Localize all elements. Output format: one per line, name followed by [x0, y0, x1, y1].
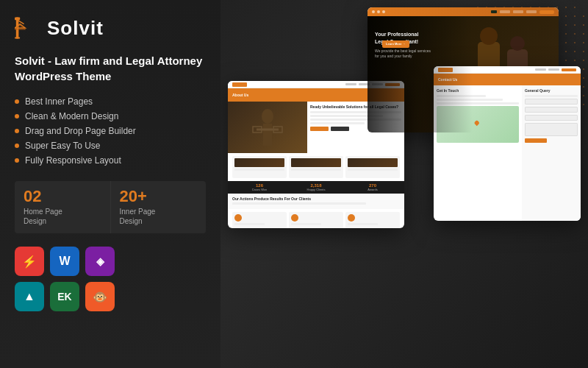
icons-grid: ⚡ W ◈ ▲ EK 🐵: [15, 247, 206, 311]
read-more-btn: [310, 127, 329, 131]
nav-link: [345, 83, 356, 85]
nav-logo-small: [232, 82, 247, 87]
contact-right: General Query: [522, 85, 581, 221]
feature-item: Clean & Modern Design: [15, 109, 206, 124]
form-field-name: [525, 99, 578, 105]
card-text: [291, 223, 321, 225]
mockup-hero-text: Your ProfessionalLegal Consultant! We pr…: [375, 31, 434, 59]
features-list: Best Inner Pages Clean & Modern Design D…: [15, 94, 206, 168]
card-text: [234, 223, 265, 225]
stat-label-inner: Inner PageDesign: [120, 207, 198, 226]
svg-point-10: [510, 36, 525, 51]
stat-home-pages: 02 Home PageDesign: [15, 181, 111, 233]
stat-number-inner: 20+: [120, 188, 198, 205]
service-card: [345, 156, 400, 178]
bootstrap-icon: ◈: [85, 247, 115, 276]
feature-item: Drag and Drop Page Builder: [15, 124, 206, 138]
text-line: [232, 202, 366, 205]
practice-card: [289, 212, 343, 228]
services-section: Our Actions Produce Results For Our Clie…: [228, 194, 404, 209]
mockup-bar: [368, 7, 559, 16]
envato-icon: EK: [50, 282, 79, 311]
service-card: [289, 156, 343, 178]
service-card: [232, 156, 287, 178]
stat-awards: 270 Awards: [345, 183, 400, 191]
main-container: Solvit Solvit - Law firm and Legal Attor…: [0, 0, 588, 368]
elementor-icon: ⚡: [15, 247, 44, 276]
svg-point-8: [480, 27, 498, 45]
stats-dark-row: 126 Cases Won 2,318 Happy Clients 270 Aw…: [228, 181, 404, 194]
form-field-email: [525, 107, 578, 113]
mockup-container: Your ProfessionalLegal Consultant! We pr…: [228, 7, 581, 361]
submit-btn: [525, 138, 547, 143]
form-field-message: [525, 123, 578, 136]
card-text: [348, 223, 378, 225]
mailchimp-icon: 🐵: [85, 282, 115, 311]
nav-link: [548, 68, 559, 71]
stat-inner-pages: 20+ Inner PageDesign: [111, 181, 207, 233]
cards-row: [228, 153, 404, 181]
card-icon: [234, 214, 242, 222]
practice-cards: [228, 209, 404, 228]
contact-btn: [331, 127, 349, 131]
nav-link: [535, 68, 546, 71]
svg-rect-6: [15, 38, 20, 39]
nav-links-contact: [535, 68, 576, 71]
mockup-hero-btn: Learn More →: [382, 40, 409, 48]
stats-row: 02 Home PageDesign 20+ Inner PageDesign: [15, 181, 206, 233]
left-panel: Solvit Solvit - Law firm and Legal Attor…: [0, 0, 220, 368]
product-title: Solvit - Law firm and Legal Attorney Wor…: [15, 53, 206, 84]
card-image: [291, 158, 341, 167]
map-pin: [474, 120, 480, 126]
stat-number-home: 02: [24, 188, 101, 205]
aqua-icon: ▲: [15, 282, 44, 311]
nav-cta: [562, 68, 576, 71]
wordpress-icon: W: [50, 247, 79, 276]
stat-clients: 2,318 Happy Clients: [289, 183, 343, 191]
scales-icon: [15, 15, 41, 41]
feature-item: Super Easy To Use: [15, 138, 206, 153]
right-panel: Your ProfessionalLegal Consultant! We pr…: [220, 0, 588, 368]
feature-item: Fully Responsive Layout: [15, 153, 206, 168]
stat-cases: 126 Cases Won: [232, 183, 287, 191]
form-field-phone: [525, 115, 578, 121]
card-text: [291, 169, 341, 171]
card-image: [348, 158, 398, 167]
feature-item: Best Inner Pages: [15, 94, 206, 109]
card-text: [234, 169, 284, 171]
svg-point-11: [262, 109, 273, 124]
mockup-dot: [372, 10, 375, 13]
stat-label-home: Home PageDesign: [24, 207, 101, 226]
card-image: [234, 158, 284, 167]
mockup-dot: [382, 10, 385, 13]
card-icon: [348, 214, 355, 222]
practice-card: [345, 212, 400, 228]
about-image: [228, 102, 307, 153]
logo-area: Solvit: [15, 15, 206, 41]
card-text: [348, 169, 398, 171]
mockup-dot: [377, 10, 380, 13]
practice-card: [232, 212, 287, 228]
card-icon: [291, 214, 298, 222]
text-line: [525, 95, 578, 97]
text-line: [310, 122, 365, 124]
logo-text: Solvit: [47, 17, 104, 40]
mockup-hero-sub: We provide the best legal services for y…: [375, 49, 434, 59]
svg-rect-12: [263, 124, 272, 146]
svg-rect-1: [15, 18, 20, 21]
